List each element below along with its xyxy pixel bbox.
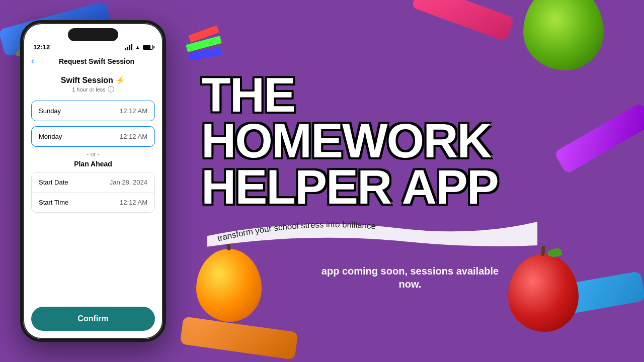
signal-icon (125, 44, 132, 50)
confirm-button[interactable]: Confirm (31, 307, 155, 331)
day-options: Sunday 12:12 AM Monday 12:12 AM (31, 101, 155, 147)
back-button[interactable]: ‹ (31, 56, 34, 66)
plan-row-date[interactable]: Start Date Jan 28, 2024 (32, 172, 154, 192)
battery-icon (143, 45, 153, 50)
start-time-value: 12:12 AM (120, 199, 147, 206)
main-headline: THE HOMEWORK HELPER APP (201, 72, 619, 210)
headline-line2: HOMEWORK (201, 118, 619, 163)
phone-section: 12:12 ▲ ‹ (0, 0, 186, 362)
coming-soon-line2: now. (201, 279, 619, 290)
day-time-monday: 12:12 AM (120, 133, 147, 140)
session-duration: 1 hour or less i (31, 86, 155, 93)
status-icons: ▲ (125, 44, 153, 50)
plan-ahead-title: Plan Ahead (31, 160, 155, 168)
status-bar: 12:12 ▲ (23, 41, 163, 53)
nav-title: Request Swift Session (38, 57, 155, 65)
plan-rows: Start Date Jan 28, 2024 Start Time 12:12… (31, 172, 155, 213)
headline-line1: THE (201, 72, 619, 118)
start-date-value: Jan 28, 2024 (110, 178, 147, 186)
coming-soon-text: app coming soon, sessions available now. (201, 263, 619, 290)
status-time: 12:12 (33, 43, 50, 51)
session-type: Swift Session ⚡ 1 hour or less i (31, 71, 155, 101)
start-date-label: Start Date (39, 178, 68, 186)
info-icon[interactable]: i (108, 86, 114, 93)
wifi-icon: ▲ (135, 44, 140, 50)
nav-bar: ‹ Request Swift Session (31, 53, 155, 71)
coming-soon-line1: app coming soon, sessions available (201, 263, 619, 279)
curved-text-svg: transform your school stress into brilli… (201, 215, 543, 252)
headline-line3: HELPER APP (201, 164, 619, 210)
day-row-sunday[interactable]: Sunday 12:12 AM (31, 101, 155, 121)
phone-frame: 12:12 ▲ ‹ (20, 20, 166, 342)
dynamic-island (68, 28, 118, 41)
start-time-label: Start Time (39, 199, 68, 206)
day-label-sunday: Sunday (39, 107, 61, 115)
day-label-monday: Monday (39, 133, 62, 140)
day-time-sunday: 12:12 AM (120, 107, 147, 115)
or-divider: - or - (31, 147, 155, 160)
phone-content: ‹ Request Swift Session Swift Session ⚡ … (23, 53, 163, 339)
session-name: Swift Session ⚡ (31, 75, 155, 85)
content-overlay: 12:12 ▲ ‹ (0, 0, 644, 362)
curved-text-container: transform your school stress into brilli… (201, 215, 619, 254)
plan-row-time[interactable]: Start Time 12:12 AM (32, 192, 154, 212)
day-row-monday[interactable]: Monday 12:12 AM (31, 126, 155, 147)
text-section: THE HOMEWORK HELPER APP transform your s… (186, 0, 644, 362)
